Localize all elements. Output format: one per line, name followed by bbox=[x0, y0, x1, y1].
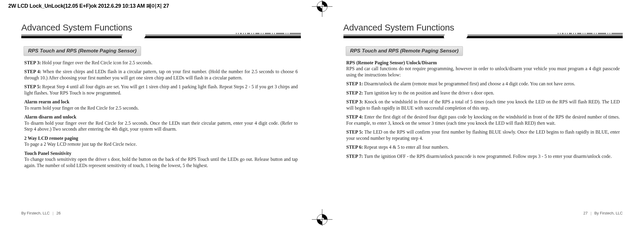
step-text: Enter the first digit of the desired fou… bbox=[346, 114, 620, 125]
footer-brand: By Firstech, LLC bbox=[594, 211, 623, 215]
subheading: Alarm rearm and lock bbox=[24, 99, 298, 105]
page-footer: By Firstech, LLC | 26 bbox=[21, 211, 61, 215]
step-label: STEP 4: bbox=[24, 69, 41, 74]
step-label: STEP 2: bbox=[346, 90, 363, 95]
step-text: Repeat steps 4 & 5 to enter all four num… bbox=[363, 145, 449, 150]
separator-icon: | bbox=[53, 211, 53, 215]
section-tab: RPS Touch and RPS (Remote Paging Sensor) bbox=[24, 46, 141, 56]
subheading: Touch Panel Sensitivity bbox=[24, 150, 298, 156]
print-job-header: 2W LCD Lock_UnLock(12.05 E+F)ok 2012.6.2… bbox=[8, 2, 169, 9]
paragraph: To disarm hold your finger over the Red … bbox=[24, 120, 298, 132]
title-rule-decoration bbox=[343, 34, 623, 39]
footer-page-number: 27 bbox=[583, 211, 588, 215]
page-title: Advanced System Functions bbox=[21, 23, 301, 33]
step-label: STEP 3: bbox=[346, 99, 363, 104]
page-right: Advanced System Functions RPS Touch and … bbox=[322, 12, 644, 226]
step-text: Turn the ignition OFF - the RPS disarm/u… bbox=[363, 154, 612, 159]
paragraph: RPS and car call functions do not requir… bbox=[346, 66, 620, 78]
section-tab: RPS Touch and RPS (Remote Paging Sensor) bbox=[346, 46, 463, 56]
step-label: STEP 4: bbox=[346, 114, 363, 119]
body-text: RPS (Remote Paging Sensor) Unlock/Disarm… bbox=[343, 60, 623, 159]
step-text: When the siren chirps and LEDs flash in … bbox=[24, 69, 298, 80]
step-label: STEP 5: bbox=[24, 84, 41, 89]
footer-brand: By Firstech, LLC bbox=[21, 211, 50, 215]
step-label: STEP 3: bbox=[24, 60, 41, 65]
step-text: Knock on the windshield in front of the … bbox=[346, 99, 620, 110]
step-text: Disarm/unlock the alarm (remote must be … bbox=[363, 81, 575, 86]
page-footer: 27 | By Firstech, LLC bbox=[583, 211, 623, 215]
step-label: STEP 7: bbox=[346, 154, 363, 159]
subheading: 2 Way LCD remote paging bbox=[24, 135, 298, 141]
step-label: STEP 5: bbox=[346, 129, 363, 134]
separator-icon: | bbox=[591, 211, 591, 215]
step-label: STEP 6: bbox=[346, 145, 363, 150]
step-text: Turn ignition key to the on position and… bbox=[363, 90, 494, 95]
paragraph: To page a 2 Way LCD remote just tap the … bbox=[24, 141, 298, 147]
page-title: Advanced System Functions bbox=[343, 23, 623, 33]
step-label: STEP 1: bbox=[346, 81, 363, 86]
subheading: Alarm disarm and unlock bbox=[24, 114, 298, 120]
paragraph: To rearm hold your finger on the Red Cir… bbox=[24, 105, 298, 111]
step-text: Repeat Step 4 until all four digits are … bbox=[24, 84, 298, 95]
footer-page-number: 26 bbox=[56, 211, 61, 215]
registration-mark-icon bbox=[317, 1, 327, 12]
page-spread: Advanced System Functions RPS Touch and … bbox=[0, 0, 644, 226]
paragraph: To change touch sensitivity open the dri… bbox=[24, 156, 298, 169]
title-rule-decoration bbox=[21, 34, 301, 39]
body-text: STEP 3: Hold your finger over the Red Ci… bbox=[21, 60, 301, 169]
page-left: Advanced System Functions RPS Touch and … bbox=[0, 12, 322, 226]
subheading: RPS (Remote Paging Sensor) Unlock/Disarm bbox=[346, 60, 620, 66]
step-text: The LED on the RPS will confirm your fir… bbox=[346, 129, 620, 140]
step-text: Hold your finger over the Red Circle ico… bbox=[41, 60, 152, 65]
